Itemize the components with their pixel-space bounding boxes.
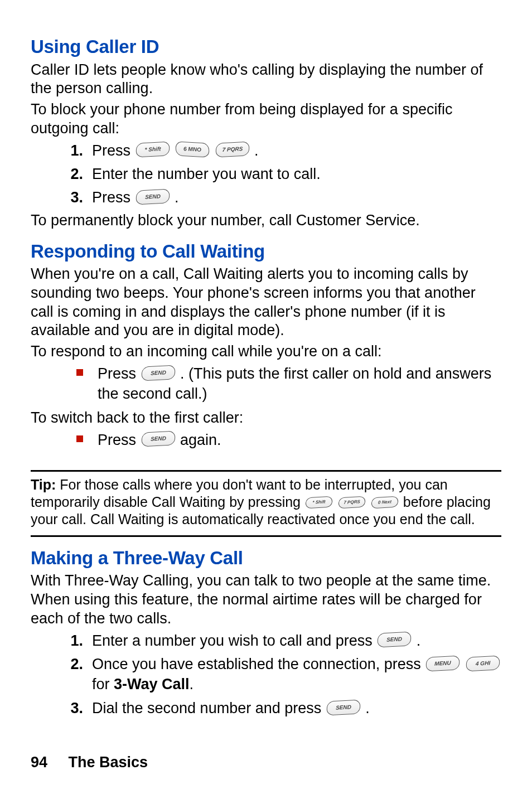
call-waiting-bullet-2: Press SEND again. bbox=[92, 430, 501, 454]
call-waiting-p3: To switch back to the first caller: bbox=[31, 409, 501, 428]
step-number: 1. bbox=[64, 631, 83, 651]
step-text-post: . bbox=[365, 700, 370, 716]
key-0-next-icon: 0 Next bbox=[371, 496, 398, 508]
page-footer: 94 The Basics bbox=[31, 752, 148, 772]
footer-chapter-title: The Basics bbox=[69, 754, 148, 771]
three-way-step-1: 1. Enter a number you wish to call and p… bbox=[86, 631, 501, 654]
key-star-shift-icon: * Shift bbox=[305, 496, 332, 508]
heading-using-caller-id: Using Caller ID bbox=[31, 35, 501, 60]
step-number: 2. bbox=[64, 164, 83, 184]
call-waiting-p2: To respond to an incoming call while you… bbox=[31, 342, 501, 361]
key-7-pqrs-icon: 7 PQRS bbox=[215, 142, 250, 158]
three-way-step-2: 2. Once you have established the connect… bbox=[86, 654, 501, 698]
step-number: 3. bbox=[64, 698, 83, 718]
key-7-pqrs-icon: 7 PQRS bbox=[338, 496, 365, 508]
caller-id-intro-2: To block your phone number from being di… bbox=[31, 100, 501, 138]
step-number: 3. bbox=[64, 187, 83, 207]
call-waiting-bullets-1: Press SEND . (This puts the first caller… bbox=[31, 364, 501, 409]
step-text-mid: for bbox=[92, 676, 114, 693]
page-number: 94 bbox=[31, 752, 64, 772]
step-text-pre: Dial the second number and press bbox=[92, 700, 326, 716]
caller-id-intro-1: Caller ID lets people know who's calling… bbox=[31, 61, 501, 99]
step-text-end: . bbox=[175, 189, 179, 206]
caller-id-body: Caller ID lets people know who's calling… bbox=[31, 61, 501, 230]
step-text-end: . bbox=[254, 142, 259, 159]
step-number: 1. bbox=[64, 141, 83, 161]
bullet-text-post: again. bbox=[180, 432, 221, 448]
key-send-icon: SEND bbox=[136, 189, 170, 205]
call-waiting-body: When you're on a call, Call Waiting aler… bbox=[31, 265, 501, 454]
step-number: 2. bbox=[64, 654, 83, 674]
key-send-icon: SEND bbox=[326, 699, 361, 715]
three-way-steps: 1. Enter a number you wish to call and p… bbox=[31, 631, 501, 722]
call-waiting-p1: When you're on a call, Call Waiting aler… bbox=[31, 265, 501, 340]
step-text: Enter the number you want to call. bbox=[92, 166, 321, 182]
caller-id-step-2: 2. Enter the number you want to call. bbox=[86, 164, 501, 187]
bullet-text-pre: Press bbox=[98, 432, 141, 448]
step-text: Press bbox=[92, 142, 135, 159]
step-text: Press bbox=[92, 189, 135, 206]
caller-id-steps: 1. Press * Shift 6 MNO 7 PQRS . 2. Enter… bbox=[31, 141, 501, 211]
tip-box: Tip: For those calls where you don't wan… bbox=[31, 470, 501, 537]
heading-call-waiting: Responding to Call Waiting bbox=[31, 239, 501, 264]
key-send-icon: SEND bbox=[141, 431, 176, 447]
call-waiting-bullets-2: Press SEND again. bbox=[31, 430, 501, 454]
page: Using Caller ID Caller ID lets people kn… bbox=[0, 0, 532, 799]
call-waiting-bullet-1: Press SEND . (This puts the first caller… bbox=[92, 364, 501, 409]
step-text-post: . bbox=[190, 676, 194, 693]
three-way-body: With Three-Way Calling, you can talk to … bbox=[31, 572, 501, 721]
caller-id-step-1: 1. Press * Shift 6 MNO 7 PQRS . bbox=[86, 141, 501, 164]
caller-id-step-3: 3. Press SEND . bbox=[86, 187, 501, 211]
three-way-step-3: 3. Dial the second number and press SEND… bbox=[86, 698, 501, 721]
step-text-post: . bbox=[417, 632, 421, 649]
heading-three-way-call: Making a Three-Way Call bbox=[31, 546, 501, 571]
step-text-pre: Enter a number you wish to call and pres… bbox=[92, 632, 376, 649]
caller-id-after: To permanently block your number, call C… bbox=[31, 211, 501, 230]
key-send-icon: SEND bbox=[377, 632, 412, 648]
bullet-text-pre: Press bbox=[98, 365, 141, 382]
bullet-square-icon bbox=[76, 435, 83, 442]
step-text-pre: Once you have established the connection… bbox=[92, 656, 425, 672]
bullet-square-icon bbox=[76, 369, 83, 376]
key-menu-icon: MENU bbox=[426, 655, 461, 671]
key-star-shift-icon: * Shift bbox=[136, 142, 170, 158]
key-6-mno-icon: 6 MNO bbox=[175, 142, 210, 158]
key-send-icon: SEND bbox=[141, 365, 176, 381]
three-way-p1: With Three-Way Calling, you can talk to … bbox=[31, 572, 501, 628]
tip-label: Tip: bbox=[31, 477, 56, 492]
key-4-ghi-icon: 4 GHI bbox=[466, 655, 500, 671]
step-emphasis: 3-Way Call bbox=[114, 676, 190, 693]
